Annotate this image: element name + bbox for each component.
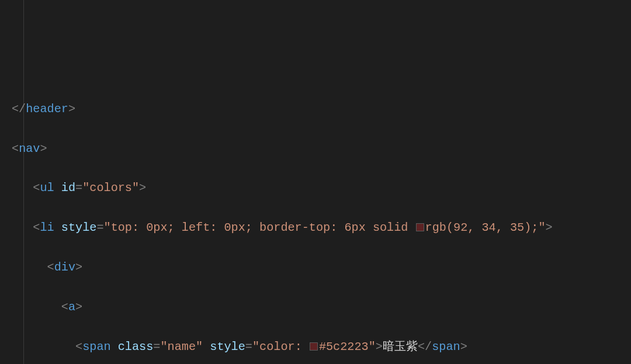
string: rgb(92, 34, 35);" xyxy=(425,221,546,234)
code-block[interactable]: </header> <nav> <ul id="colors"> <li sty… xyxy=(0,60,631,364)
color-swatch-icon xyxy=(416,223,424,231)
code-line[interactable]: <ul id="colors"> xyxy=(12,178,627,198)
punct: < xyxy=(12,142,19,155)
string: "top: 0px; left: 0px; border-top: 6px so… xyxy=(104,221,415,234)
string: "colors" xyxy=(82,181,139,195)
punct: < xyxy=(33,181,40,195)
punct: </ xyxy=(12,102,26,116)
text-content: 暗玉紫 xyxy=(383,340,418,353)
attr-id: id xyxy=(61,181,75,195)
code-line[interactable]: <span class="name" style="color: #5c2223… xyxy=(12,337,627,357)
code-line[interactable]: <div> xyxy=(12,258,627,278)
tag-div: div xyxy=(54,261,75,274)
tag-nav: nav xyxy=(19,142,40,155)
punct: > xyxy=(40,142,47,155)
code-line[interactable]: </header> xyxy=(12,99,627,119)
code-editor[interactable]: </header> <nav> <ul id="colors"> <li sty… xyxy=(0,0,631,364)
tag-ul: ul xyxy=(40,181,54,195)
attr-style: style xyxy=(210,340,245,353)
attr-style: style xyxy=(61,221,97,234)
attr-class: class xyxy=(118,340,154,353)
punct: > xyxy=(68,102,75,116)
tag-a: a xyxy=(68,300,75,314)
color-swatch-icon xyxy=(310,342,318,351)
code-line[interactable]: <a> xyxy=(12,297,627,317)
tag-li: li xyxy=(40,221,54,234)
code-line[interactable]: <nav> xyxy=(12,139,627,159)
code-line[interactable]: <li style="top: 0px; left: 0px; border-t… xyxy=(12,218,627,238)
tag-header: header xyxy=(26,102,68,116)
tag-span: span xyxy=(82,340,110,353)
